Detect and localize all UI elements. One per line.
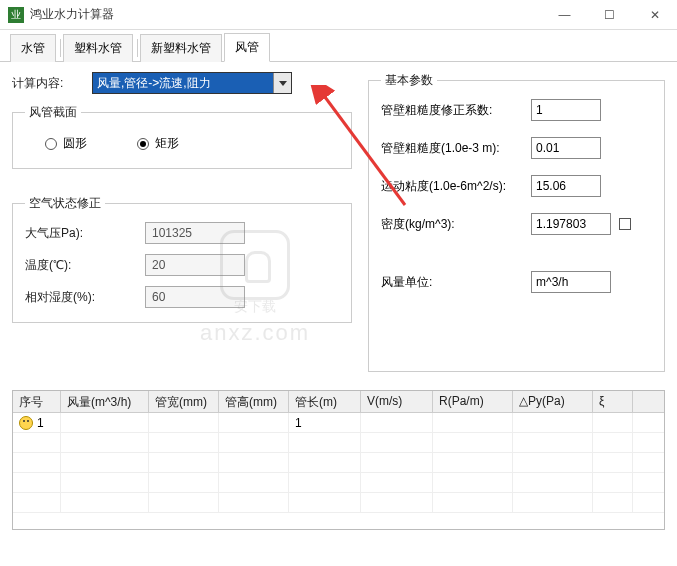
table-row[interactable]	[13, 493, 664, 513]
app-icon: 业	[8, 7, 24, 23]
table-row[interactable]	[13, 433, 664, 453]
roughness-label: 管壁粗糙度(1.0e-3 m):	[381, 140, 531, 157]
chevron-down-icon	[279, 81, 287, 86]
crosssection-legend: 风管截面	[25, 104, 81, 121]
cell-dpy[interactable]	[513, 413, 593, 432]
pressure-field[interactable]: 101325	[145, 222, 245, 244]
minimize-button[interactable]: —	[542, 0, 587, 30]
close-button[interactable]: ✕	[632, 0, 677, 30]
table-row[interactable]	[13, 473, 664, 493]
pressure-label: 大气压Pa):	[25, 225, 145, 242]
th-width[interactable]: 管宽(mm)	[149, 391, 219, 412]
title-bar: 业 鸿业水力计算器 — ☐ ✕	[0, 0, 677, 30]
crosssection-group: 风管截面 圆形 矩形	[12, 104, 352, 169]
th-length[interactable]: 管长(m)	[289, 391, 361, 412]
cell-height[interactable]	[219, 413, 289, 432]
calc-content-value: 风量,管径->流速,阻力	[97, 75, 211, 92]
dropdown-button[interactable]	[273, 73, 291, 93]
basic-params-legend: 基本参数	[381, 72, 437, 89]
density-label: 密度(kg/m^3):	[381, 216, 491, 233]
density-checkbox[interactable]	[619, 218, 631, 230]
cell-r[interactable]	[433, 413, 513, 432]
rough-coef-input[interactable]: 1	[531, 99, 601, 121]
results-table[interactable]: 序号 风量(m^3/h) 管宽(mm) 管高(mm) 管长(m) V(m/s) …	[12, 390, 665, 530]
cell-velocity[interactable]	[361, 413, 433, 432]
table-row[interactable]: 1 1	[13, 413, 664, 433]
table-header: 序号 风量(m^3/h) 管宽(mm) 管高(mm) 管长(m) V(m/s) …	[13, 391, 664, 413]
th-seq[interactable]: 序号	[13, 391, 61, 412]
th-dpy[interactable]: △Py(Pa)	[513, 391, 593, 412]
tab-water[interactable]: 水管	[10, 34, 56, 62]
radio-rect[interactable]: 矩形	[137, 135, 179, 152]
radio-circle-label: 圆形	[63, 135, 87, 152]
viscosity-label: 运动粘度(1.0e-6m^2/s):	[381, 178, 531, 195]
radio-circle[interactable]: 圆形	[45, 135, 87, 152]
roughness-input[interactable]: 0.01	[531, 137, 601, 159]
humidity-field[interactable]: 60	[145, 286, 245, 308]
radio-rect-label: 矩形	[155, 135, 179, 152]
flow-unit-input[interactable]: m^3/h	[531, 271, 611, 293]
basic-params-group: 基本参数 管壁粗糙度修正系数: 1 管壁粗糙度(1.0e-3 m): 0.01 …	[368, 72, 665, 372]
th-flow[interactable]: 风量(m^3/h)	[61, 391, 149, 412]
th-xi[interactable]: ξ	[593, 391, 633, 412]
cell-width[interactable]	[149, 413, 219, 432]
th-height[interactable]: 管高(mm)	[219, 391, 289, 412]
tab-separator	[137, 39, 138, 57]
cell-seq[interactable]: 1	[13, 413, 61, 432]
tab-new-plastic[interactable]: 新塑料水管	[140, 34, 222, 62]
window-title: 鸿业水力计算器	[30, 6, 542, 23]
smiley-icon	[19, 416, 33, 430]
tab-bar: 水管 塑料水管 新塑料水管 风管	[0, 34, 677, 62]
th-r[interactable]: R(Pa/m)	[433, 391, 513, 412]
air-correction-group: 空气状态修正 大气压Pa): 101325 温度(℃): 20 相对湿度(%):…	[12, 195, 352, 323]
cell-xi[interactable]	[593, 413, 633, 432]
tab-separator	[60, 39, 61, 57]
radio-icon	[45, 138, 57, 150]
tab-air-duct[interactable]: 风管	[224, 33, 270, 62]
radio-icon	[137, 138, 149, 150]
maximize-button[interactable]: ☐	[587, 0, 632, 30]
humidity-label: 相对湿度(%):	[25, 289, 145, 306]
viscosity-input[interactable]: 15.06	[531, 175, 601, 197]
th-velocity[interactable]: V(m/s)	[361, 391, 433, 412]
air-correction-legend: 空气状态修正	[25, 195, 105, 212]
cell-length[interactable]: 1	[289, 413, 361, 432]
density-input[interactable]: 1.197803	[531, 213, 611, 235]
rough-coef-label: 管壁粗糙度修正系数:	[381, 102, 531, 119]
main-panel: 计算内容: 风量,管径->流速,阻力 风管截面 圆形 矩形 空气状态修正	[0, 62, 677, 390]
table-row[interactable]	[13, 453, 664, 473]
cell-flow[interactable]	[61, 413, 149, 432]
calc-content-combo[interactable]: 风量,管径->流速,阻力	[92, 72, 292, 94]
temperature-field[interactable]: 20	[145, 254, 245, 276]
tab-plastic[interactable]: 塑料水管	[63, 34, 133, 62]
flow-unit-label: 风量单位:	[381, 274, 491, 291]
temperature-label: 温度(℃):	[25, 257, 145, 274]
calc-content-label: 计算内容:	[12, 75, 92, 92]
